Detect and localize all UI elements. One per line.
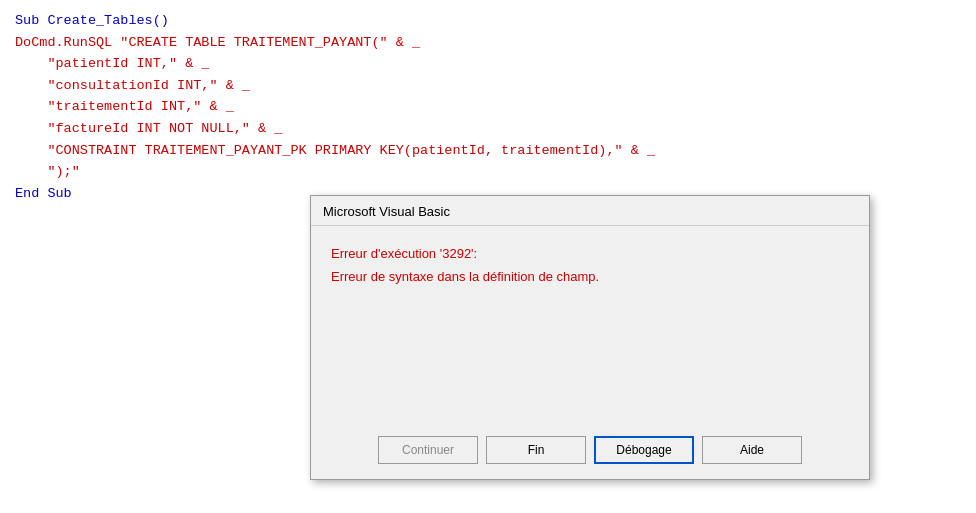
dialog-button-bar: Continuer Fin Débogage Aide — [311, 426, 869, 479]
code-line-8: ");" — [15, 161, 961, 183]
code-line-7: "CONSTRAINT TRAITEMENT_PAYANT_PK PRIMARY… — [15, 140, 961, 162]
dialog-title: Microsoft Visual Basic — [323, 204, 450, 219]
code-line-6: "factureId INT NOT NULL," & _ — [15, 118, 961, 140]
end-button[interactable]: Fin — [486, 436, 586, 464]
continue-button[interactable]: Continuer — [378, 436, 478, 464]
dialog-body: Erreur d'exécution '3292': Erreur de syn… — [311, 226, 869, 426]
error-title: Erreur d'exécution '3292': — [331, 246, 849, 261]
code-line-4: "consultationId INT," & _ — [15, 75, 961, 97]
code-line-1: Sub Create_Tables() — [15, 10, 961, 32]
code-line-2: DoCmd.RunSQL "CREATE TABLE TRAITEMENT_PA… — [15, 32, 961, 54]
code-line-5: "traitementId INT," & _ — [15, 96, 961, 118]
dialog-titlebar: Microsoft Visual Basic — [311, 196, 869, 226]
error-dialog: Microsoft Visual Basic Erreur d'exécutio… — [310, 195, 870, 480]
debug-button[interactable]: Débogage — [594, 436, 694, 464]
help-button[interactable]: Aide — [702, 436, 802, 464]
code-line-3: "patientId INT," & _ — [15, 53, 961, 75]
error-message: Erreur de syntaxe dans la définition de … — [331, 269, 849, 284]
